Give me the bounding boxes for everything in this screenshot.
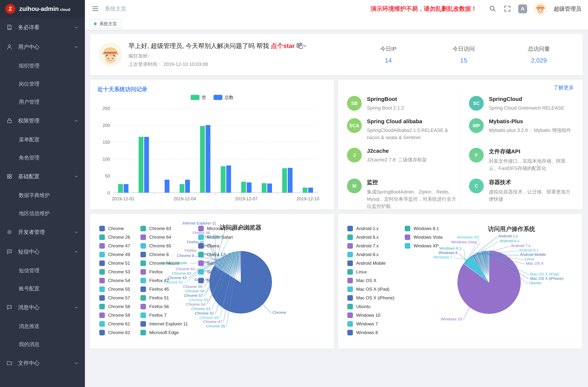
bar [118,184,123,193]
tech-desc: J2cache2.7.8: 二级缓存框架 [367,156,427,163]
sidebar-subitem[interactable]: 账号配置 [0,280,85,298]
search-icon[interactable] [489,5,497,13]
tech-desc: 封装文件接口，实现本地存储、阿里云、FastDFS存储的配置化 [489,158,574,172]
tech-desc: Spring Cloud Greenwich.RELEASE [489,104,564,112]
tech-title: Mybatis-Plus [489,118,571,124]
tech-desc: 集成SpringBootAdmin、Zipkin、Redis、Mysql、定时任… [367,188,459,209]
sidebar-subitem[interactable]: 地区信息维护 [0,204,85,223]
pie-callout-label: Mac OS X (iPhone) [530,276,564,281]
pie-callout-label: Android 6.x [500,239,519,243]
tech-info: J2cacheJ2cache2.7.8: 二级缓存框架 [367,148,427,163]
tech-grid: SBSpringBootSpring Boot 2.1.2SCSpringClo… [347,93,574,209]
sidebar-subitem[interactable]: 短信管理 [0,262,85,280]
tech-title: J2cache [367,148,427,154]
greeting-card: 早上好, 超级管理员, 今天帮别人解决问题了吗 帮我 点个star 吧~ 疯狂加… [90,34,583,75]
sidebar-collapse-icon[interactable] [92,5,100,13]
chevron-down-icon [73,360,79,366]
user-avatar[interactable] [534,2,547,16]
bar-group [262,183,272,193]
sidebar-item[interactable]: 开发者管理 [0,223,85,242]
sidebar-item-label: 权限管理 [18,117,40,124]
sidebar-item-label: 基础配置 [18,173,40,180]
pie-callout-label: Internet Explorer 11 [182,221,216,225]
tech-info: 监控集成SpringBootAdmin、Zipkin、Redis、Mysql、定… [367,179,459,209]
sidebar-subitem[interactable]: 用户管理 [0,93,85,111]
bar-group [139,137,149,193]
chevron-up-icon [73,174,79,179]
sidebar-item[interactable]: 消息中心 [0,298,85,317]
star-link[interactable]: 点个star [271,42,295,49]
axis-tick-mark [154,193,154,195]
font-size-icon[interactable]: A [518,4,527,13]
tech-item: SCASpring Cloud alibabaSpringCloudAlibab… [347,115,461,144]
pies-row: 访问用户浏览器 ChromeChrome 26Chrome 47Chrome 4… [90,214,583,349]
legend-item[interactable]: 您 [191,94,206,100]
bar-group [159,180,169,193]
x-axis-tick: 2019-12-04 [168,196,202,202]
tech-badge: F [469,148,484,163]
bar [139,137,143,193]
pie-callout-label: Chrome 62 [168,276,187,280]
tech-badge: SCA [347,118,362,133]
sidebar-item[interactable]: 基础配置 [0,167,85,186]
sidebar-subitem[interactable]: 我的消息 [0,335,85,353]
pie-callout-label: Chrome 57 [184,293,203,298]
tech-item: M监控集成SpringBootAdmin、Zipkin、Redis、Mysql、… [347,175,461,209]
stat-item: 今日访问15 [429,45,499,64]
app-logo[interactable]: Z zuihou-admincloud [0,0,85,18]
sidebar-subitem[interactable]: 岗位管理 [0,75,85,93]
bar [226,165,231,193]
tech-info: Spring Cloud alibabaSpringCloudAlibaba2.… [367,118,459,141]
sidebar-subitem[interactable]: 菜单配置 [0,131,85,149]
page-content: 早上好, 超级管理员, 今天帮别人解决问题了吗 帮我 点个star 吧~ 疯狂加… [85,30,588,387]
bar-group [303,188,313,193]
username[interactable]: 超级管理员 [554,5,581,13]
greeting-message: 早上好, 超级管理员, 今天帮别人解决问题了吗 帮我 点个star 吧~ [128,42,306,50]
bar-group [180,180,190,193]
axis-tick-mark [216,193,216,195]
sidebar-subitem[interactable]: 消息推送 [0,317,85,335]
learn-more-link[interactable]: 了解更多 [553,84,574,91]
sidebar-subitem[interactable]: 数据字典维护 [0,186,85,204]
sidebar-subitem[interactable]: 组织管理 [0,57,85,75]
tech-info: SpringBootSpring Boot 2.1.2 [367,96,404,112]
sidebar-subitem[interactable]: 角色管理 [0,149,85,167]
tech-badge: MP [469,118,484,133]
sidebar-item[interactable]: 文件中心 [0,353,85,373]
pie-callout-label: Windows 8.1 [439,246,462,250]
gear-icon [6,228,13,236]
pie-callout-label: Windows XP [457,235,479,239]
pie-callout-label: Chrome 8 [177,253,194,258]
env-notice: 演示环境维护不易，请勿乱删乱改数据！ [371,5,477,13]
breadcrumb[interactable]: 系统主页 [105,5,126,13]
sidebar-item-label: 用户中心 [18,43,40,51]
tech-title: 监控 [367,179,459,186]
topbar-right: 演示环境维护不易，请勿乱删乱改数据！ A 超级管理员 [371,2,581,16]
pie-callout-label: Android 8.x [519,248,539,252]
pie-callout-label: Opera 12 [200,252,216,256]
pie-callout-label: Safari [199,260,209,265]
sidebar-item[interactable]: 务必详看 [0,18,85,37]
pie-callout-label: Android Mobile [520,252,546,257]
sidebar-item[interactable]: 权限管理 [0,111,85,131]
bar [206,125,210,193]
visit-chart-card: 近十天系统访问记录 您总数 0501001502002502019-12-012… [90,80,334,209]
bar-legend: 您总数 [90,94,334,100]
chart-title: 访问用户操作系统 [471,225,552,233]
sidebar-item[interactable]: 用户中心 [0,37,85,57]
bar [247,183,252,193]
legend-swatch [213,95,222,100]
sidebar-item[interactable]: 短信中心 [0,242,85,262]
tech-desc: Mybatis-plus 3.2.0： Mybatis 增强组件 [489,127,571,134]
legend-item[interactable]: 总数 [213,94,233,100]
folder-icon [6,360,13,367]
tab-home[interactable]: 系统主页 [89,19,122,29]
tech-title: SpringCloud [489,96,564,102]
pie-callout-label: Opera [201,243,211,247]
grid-icon [6,173,13,180]
pie-callout-label: Chrome 64 [176,267,195,271]
callout-line [464,249,465,263]
fullscreen-icon[interactable] [504,5,512,13]
pie-callout-label: Windows 10 [441,317,462,321]
tech-info: Mybatis-PlusMybatis-plus 3.2.0： Mybatis … [489,118,571,134]
